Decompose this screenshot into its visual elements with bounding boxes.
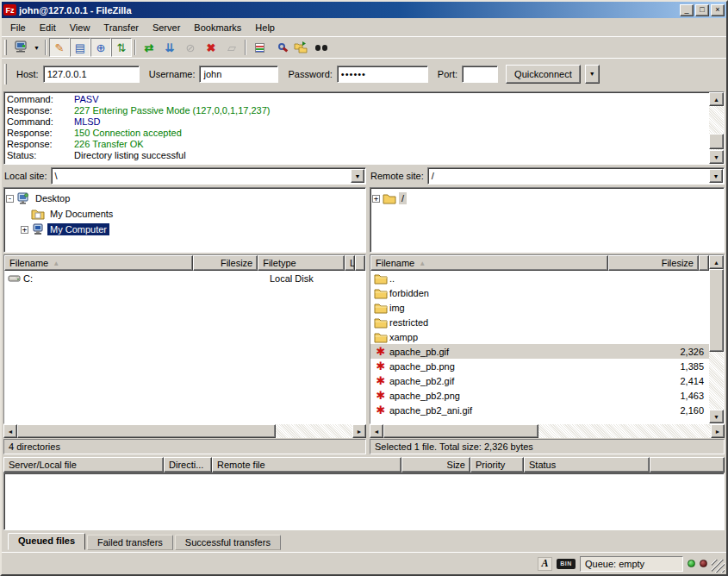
tree-item-my-documents[interactable]: My Documents <box>6 206 364 222</box>
toggle-queue-button[interactable]: ⇅ <box>111 38 132 57</box>
local-site-combo[interactable]: \ ▼ <box>51 167 366 185</box>
menu-transfer[interactable]: Transfer <box>96 20 146 35</box>
minimize-button[interactable]: _ <box>680 4 694 16</box>
tree-item-label[interactable]: / <box>399 192 407 204</box>
local-site-value[interactable]: \ <box>52 171 351 181</box>
scroll-thumb[interactable] <box>709 269 724 352</box>
column-header-filetype[interactable]: Filetype <box>258 255 345 271</box>
scroll-right-icon[interactable]: ► <box>711 424 725 438</box>
menu-bookmarks[interactable]: Bookmarks <box>187 20 248 35</box>
file-row[interactable]: restricted <box>370 315 709 329</box>
username-input[interactable] <box>199 66 278 83</box>
scroll-thumb[interactable] <box>709 134 724 149</box>
binary-indicator-icon[interactable]: BIN <box>557 559 576 569</box>
site-manager-dropdown-icon[interactable]: ▼ <box>31 38 42 57</box>
scroll-left-icon[interactable]: ◄ <box>3 424 17 438</box>
resize-grip[interactable] <box>712 560 725 573</box>
remote-list-body[interactable]: .. forbidden img restricted xampp✱apache… <box>370 271 709 423</box>
column-header-size[interactable]: Size <box>401 457 470 473</box>
filter-button[interactable] <box>249 38 270 57</box>
scroll-up-icon[interactable]: ▲ <box>709 92 724 106</box>
menu-help[interactable]: Help <box>248 20 282 35</box>
column-header-priority[interactable]: Priority <box>470 457 524 473</box>
scroll-track[interactable] <box>383 424 711 438</box>
remote-horizontal-scrollbar[interactable]: ◄ ► <box>370 424 725 438</box>
column-header-l[interactable]: L <box>345 255 355 271</box>
queue-body[interactable] <box>3 473 725 530</box>
refresh-button[interactable]: ⇄ <box>139 38 159 57</box>
tree-item-label[interactable]: My Documents <box>47 208 115 220</box>
quickconnect-dropdown-icon[interactable]: ▼ <box>585 65 600 84</box>
expand-icon[interactable]: + <box>372 195 380 203</box>
synchronized-browsing-button[interactable] <box>290 38 311 57</box>
title-bar[interactable]: Fz john@127.0.0.1 - FileZilla _ □ × <box>2 2 726 18</box>
local-tree[interactable]: - Desktop My Documents + My Computer <box>3 187 366 253</box>
tree-item-label[interactable]: My Computer <box>47 223 109 235</box>
abort-button[interactable]: ▱ <box>221 38 242 57</box>
menu-view[interactable]: View <box>63 20 97 35</box>
scroll-right-icon[interactable]: ► <box>352 424 366 438</box>
file-row[interactable]: .. <box>370 271 709 285</box>
file-row[interactable]: xampp <box>370 329 709 344</box>
column-header-status[interactable]: Status <box>524 457 650 473</box>
file-row[interactable]: ✱apache_pb2.gif2,414 <box>370 373 709 388</box>
toggle-message-log-button[interactable]: ✎ <box>49 38 70 57</box>
log-scrollbar[interactable]: ▲ ▼ <box>709 92 724 164</box>
column-header-directi[interactable]: Directi... <box>164 457 212 473</box>
column-header-filename[interactable]: Filename▲ <box>4 255 193 271</box>
file-row[interactable]: forbidden <box>370 285 709 300</box>
scroll-down-icon[interactable]: ▼ <box>709 410 724 423</box>
column-header-filename[interactable]: Filename▲ <box>370 255 608 271</box>
tab-failed-transfers[interactable]: Failed transfers <box>87 535 173 550</box>
scroll-up-icon[interactable]: ▲ <box>709 255 724 269</box>
ascii-mode-icon[interactable]: A <box>538 557 552 571</box>
site-manager-button[interactable] <box>10 38 31 57</box>
tab-queued-files[interactable]: Queued files <box>8 533 85 550</box>
menu-file[interactable]: File <box>3 20 33 35</box>
disconnect-button[interactable]: ✖ <box>201 38 221 57</box>
close-button[interactable]: × <box>711 4 725 16</box>
scroll-thumb[interactable] <box>17 424 276 438</box>
remote-tree[interactable]: + / <box>370 187 725 253</box>
chevron-down-icon[interactable]: ▼ <box>351 169 364 183</box>
tree-item-my-computer[interactable]: + My Computer <box>6 222 364 237</box>
scroll-down-icon[interactable]: ▼ <box>709 150 724 164</box>
menu-edit[interactable]: Edit <box>33 20 63 35</box>
expand-icon[interactable]: + <box>21 226 28 234</box>
local-horizontal-scrollbar[interactable]: ◄ ► <box>3 424 366 438</box>
collapse-icon[interactable]: - <box>6 195 14 203</box>
file-row[interactable]: ✱apache_pb2_ani.gif2,160 <box>370 403 709 417</box>
local-list-body[interactable]: C: Local Disk <box>4 271 365 423</box>
tree-item-root[interactable]: + / <box>372 191 722 206</box>
scroll-track[interactable] <box>709 106 724 150</box>
scroll-thumb[interactable] <box>383 424 538 438</box>
tree-item-label[interactable]: Desktop <box>33 192 72 204</box>
scroll-track[interactable] <box>709 269 724 410</box>
menu-server[interactable]: Server <box>146 20 187 35</box>
file-row[interactable]: ✱apache_pb.gif2,326 <box>370 344 709 359</box>
scroll-left-icon[interactable]: ◄ <box>370 424 383 438</box>
column-header-filesize[interactable]: Filesize <box>608 255 699 271</box>
find-files-button[interactable] <box>311 38 332 57</box>
port-input[interactable] <box>462 66 498 83</box>
column-header-filesize[interactable]: Filesize <box>193 255 258 271</box>
toggle-local-tree-button[interactable]: ▤ <box>70 38 90 57</box>
password-input[interactable] <box>337 66 428 83</box>
tree-item-desktop[interactable]: - Desktop <box>6 191 364 206</box>
cancel-operation-button[interactable]: ⊘ <box>180 38 201 57</box>
column-header-server-local-file[interactable]: Server/Local file <box>3 457 164 473</box>
compare-button[interactable] <box>270 38 290 57</box>
file-row[interactable]: ✱apache_pb.png1,385 <box>370 359 709 373</box>
chevron-down-icon[interactable]: ▼ <box>709 169 723 183</box>
file-row[interactable]: img <box>370 300 709 315</box>
host-input[interactable] <box>43 66 140 83</box>
file-row[interactable]: C: Local Disk <box>4 271 365 285</box>
process-queue-button[interactable]: ⇊ <box>159 38 180 57</box>
scroll-track[interactable] <box>17 424 352 438</box>
toggle-remote-tree-button[interactable]: ⊕ <box>90 38 111 57</box>
column-header-remote-file[interactable]: Remote file <box>212 457 401 473</box>
file-row[interactable]: ✱apache_pb2.png1,463 <box>370 388 709 403</box>
tab-successful-transfers[interactable]: Successful transfers <box>175 535 281 550</box>
toolbar-grip[interactable] <box>4 40 7 55</box>
quickconnect-grip[interactable] <box>4 64 7 85</box>
